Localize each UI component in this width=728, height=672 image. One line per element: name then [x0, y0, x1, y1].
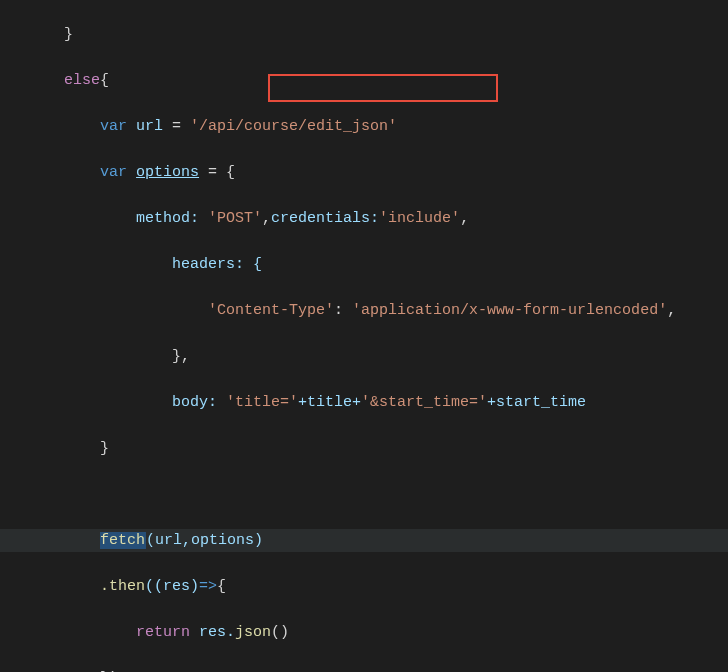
- brace: },: [172, 348, 190, 365]
- string-literal: 'title=': [226, 394, 298, 411]
- space: [127, 164, 136, 181]
- identifier: +title+: [298, 394, 361, 411]
- brace: {: [217, 578, 226, 595]
- code-line: return res.json(): [0, 621, 728, 644]
- identifier: res.: [190, 624, 235, 641]
- property: body:: [172, 394, 226, 411]
- method-call: .then: [100, 578, 145, 595]
- code-line: var url = '/api/course/edit_json': [0, 115, 728, 138]
- parens: (): [271, 624, 289, 641]
- arguments: (url,options): [146, 532, 263, 549]
- brace: = {: [199, 164, 235, 181]
- identifier: url: [127, 118, 172, 135]
- string-literal: 'application/x-www-form-urlencoded': [352, 302, 667, 319]
- property: headers: {: [172, 256, 262, 273]
- property: method:: [136, 210, 199, 227]
- comma: ,: [262, 210, 271, 227]
- string-literal: 'include': [379, 210, 460, 227]
- code-line: .then((res)=>{: [0, 575, 728, 598]
- keyword-else: else: [64, 72, 100, 89]
- string-literal: '/api/course/edit_json': [190, 118, 397, 135]
- method-call: json: [235, 624, 271, 641]
- brace: }: [100, 440, 109, 457]
- identifier: options: [136, 164, 199, 181]
- code-line: headers: {: [0, 253, 728, 276]
- code-line: }: [0, 437, 728, 460]
- code-line: },: [0, 345, 728, 368]
- property: credentials:: [271, 210, 379, 227]
- code-line: [0, 483, 728, 506]
- function-call: fetch: [100, 532, 145, 549]
- string-literal: 'POST': [199, 210, 262, 227]
- keyword-var: var: [100, 164, 127, 181]
- colon: :: [334, 302, 352, 319]
- keyword-var: var: [100, 118, 127, 135]
- comma: ,: [460, 210, 469, 227]
- arrow: =>: [199, 578, 217, 595]
- operator: =: [172, 118, 190, 135]
- string-literal: '&start_time=': [361, 394, 487, 411]
- identifier: +start_time: [487, 394, 586, 411]
- keyword-return: return: [136, 624, 190, 641]
- code-line-highlighted: fetch(url,options): [0, 529, 728, 552]
- string-literal: 'Content-Type': [208, 302, 334, 319]
- code-line: method: 'POST',credentials:'include',: [0, 207, 728, 230]
- code-line: }: [0, 23, 728, 46]
- comma: ,: [667, 302, 676, 319]
- brace: {: [100, 72, 109, 89]
- code-line: }): [0, 667, 728, 672]
- code-line: var options = {: [0, 161, 728, 184]
- param: ((res): [145, 578, 199, 595]
- code-line: body: 'title='+title+'&start_time='+star…: [0, 391, 728, 414]
- code-line: 'Content-Type': 'application/x-www-form-…: [0, 299, 728, 322]
- brace: }: [64, 26, 73, 43]
- code-line: else{: [0, 69, 728, 92]
- code-editor[interactable]: } else{ var url = '/api/course/edit_json…: [0, 0, 728, 672]
